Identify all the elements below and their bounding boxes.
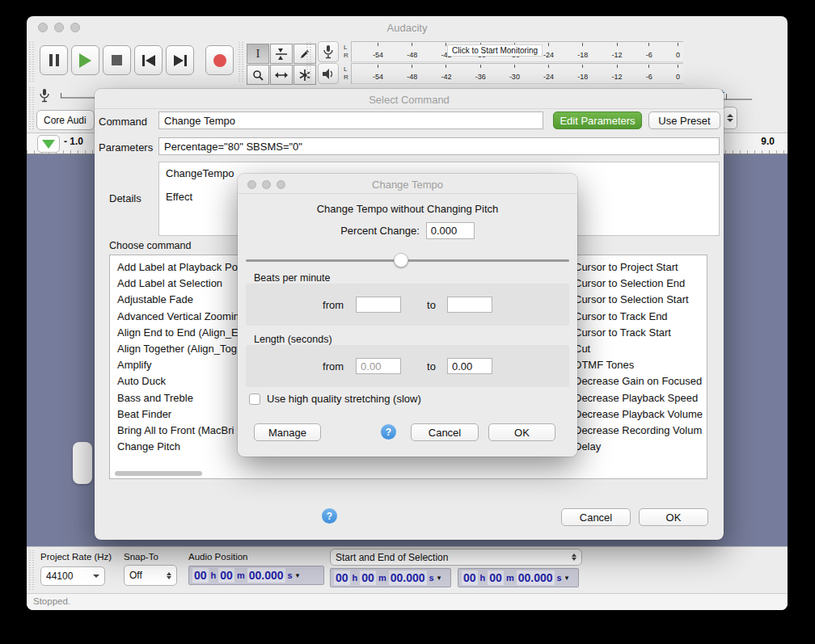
ruler-end-label: 9.0: [761, 136, 775, 147]
command-list-item[interactable]: Decrease Gain on Focused: [574, 373, 703, 389]
bpm-to-input[interactable]: [447, 297, 492, 313]
command-label: Command: [99, 116, 147, 128]
bpm-from-input[interactable]: [356, 297, 401, 313]
command-list-item[interactable]: Amplify: [117, 357, 239, 373]
percent-change-input[interactable]: 0.000: [426, 222, 475, 239]
timeline-pin-button[interactable]: [37, 135, 60, 153]
toolbar-grip[interactable]: [29, 42, 35, 82]
channel-label-right: R: [344, 74, 351, 82]
scrollbar-thumb[interactable]: [115, 471, 202, 476]
command-list-item[interactable]: Cursor to Selection Start: [574, 292, 703, 308]
command-list-item[interactable]: Delay: [574, 439, 703, 455]
command-list-item[interactable]: Bring All to Front (MacBri: [117, 423, 239, 439]
zoom-tool-button[interactable]: [247, 65, 269, 85]
command-list-item[interactable]: Advanced Vertical Zoomin: [117, 309, 239, 325]
status-bar: Stopped.: [27, 593, 788, 610]
selection-mode-dropdown[interactable]: Start and End of Selection: [330, 549, 582, 566]
command-list-item[interactable]: Decrease Playback Volume: [574, 406, 703, 423]
parameters-label: Parameters: [99, 141, 153, 154]
audio-host-dropdown[interactable]: Core Audi: [36, 110, 95, 130]
command-list-item[interactable]: Cursor to Track End: [574, 309, 703, 325]
command-list-item[interactable]: Auto Duck: [117, 373, 239, 389]
selection-start-field[interactable]: 00h 00m 00.000s ▾: [330, 568, 451, 587]
details-label: Details: [109, 192, 141, 204]
command-input[interactable]: Change Tempo: [158, 112, 543, 129]
skip-to-start-button[interactable]: [134, 45, 163, 75]
ok-button[interactable]: OK: [488, 423, 555, 441]
ok-button[interactable]: OK: [639, 508, 708, 526]
cancel-button[interactable]: Cancel: [561, 508, 631, 526]
command-list-item[interactable]: Decrease Playback Speed: [574, 390, 703, 406]
length-to-input[interactable]: 0.00: [447, 358, 492, 374]
recording-meter[interactable]: LR -54-48-42-36-30-24-18-12-60 Click to …: [318, 41, 683, 62]
command-list-item[interactable]: Cursor to Project Start: [574, 259, 703, 276]
timeshift-tool-button[interactable]: [270, 65, 293, 85]
toolbar-grip[interactable]: [29, 550, 35, 590]
record-button[interactable]: [205, 45, 234, 75]
multi-tool-button[interactable]: [293, 65, 316, 85]
command-list-item[interactable]: Align Together (Align_Tog: [117, 341, 239, 357]
command-list-item[interactable]: Add Label at Playback Po: [117, 259, 239, 276]
track-panel-button[interactable]: [73, 442, 92, 484]
dialog-title: Select Command: [95, 94, 724, 106]
playback-meter-scale: -54-48-42-36-30-24-18-12-60: [352, 63, 683, 84]
toolbar-grip[interactable]: [239, 42, 244, 82]
command-list-item[interactable]: Change Pitch: [117, 439, 239, 455]
stop-icon: [112, 55, 122, 65]
command-list-item[interactable]: Decrease Recording Volum: [574, 423, 703, 439]
pause-button[interactable]: [40, 45, 68, 75]
to-label: to: [427, 360, 436, 373]
command-list-item[interactable]: Cut: [574, 341, 703, 357]
horizontal-scrollbar[interactable]: [112, 470, 704, 477]
draw-tool-button[interactable]: [293, 44, 316, 64]
percent-change-slider[interactable]: [246, 253, 569, 267]
cancel-button[interactable]: Cancel: [411, 423, 479, 441]
command-list-item[interactable]: Add Label at Selection: [117, 276, 239, 292]
beats-per-minute-panel: from to: [246, 284, 569, 326]
percent-change-label: Percent Change:: [340, 225, 420, 237]
envelope-tool-button[interactable]: [270, 44, 293, 64]
command-list-item[interactable]: Adjustable Fade: [117, 292, 239, 308]
slider-thumb[interactable]: [394, 253, 408, 267]
record-icon: [213, 54, 226, 67]
meter-tick: -54: [373, 65, 383, 83]
command-list-item[interactable]: DTMF Tones: [574, 357, 703, 373]
edit-parameters-button[interactable]: Edit Parameters: [553, 112, 642, 129]
snap-to-dropdown[interactable]: Off: [124, 565, 177, 586]
audio-position-field[interactable]: 00h 00m 00.000s ▾: [188, 566, 324, 585]
dropdown-arrow-icon: ▾: [565, 574, 569, 582]
snap-to-label: Snap-To: [124, 552, 158, 562]
toolbar-grip[interactable]: [306, 42, 312, 82]
monitoring-overlay[interactable]: Click to Start Monitoring: [447, 44, 543, 57]
meter-tick: -30: [509, 65, 520, 83]
command-list-item[interactable]: Cursor to Selection End: [574, 276, 703, 292]
toolbar-grip[interactable]: [29, 87, 35, 129]
command-list-item[interactable]: Bass and Treble: [117, 390, 239, 406]
command-list-item[interactable]: Align End to End (Align_E: [117, 325, 239, 341]
help-button[interactable]: ?: [381, 424, 396, 440]
command-list-item[interactable]: Cursor to Track Start: [574, 325, 703, 341]
high-quality-checkbox[interactable]: [249, 394, 260, 405]
titlebar[interactable]: Audacity: [27, 16, 788, 39]
manage-button[interactable]: Manage: [254, 423, 321, 441]
help-button[interactable]: ?: [322, 508, 337, 524]
skip-to-end-button[interactable]: [166, 45, 194, 75]
use-preset-button[interactable]: Use Preset: [648, 112, 720, 129]
edit-stepper[interactable]: [722, 107, 737, 129]
play-button[interactable]: [71, 45, 99, 75]
parameters-input[interactable]: Percentage="80" SBSMS="0": [158, 137, 720, 155]
project-rate-dropdown[interactable]: 44100: [40, 566, 105, 586]
stop-button[interactable]: [103, 45, 131, 75]
meter-tick: -18: [577, 43, 588, 61]
meter-tick: -12: [612, 65, 623, 83]
ibeam-icon: I: [256, 47, 260, 61]
length-seconds-panel: from 0.00 to 0.00: [246, 345, 569, 387]
command-list-item[interactable]: Beat Finder: [117, 406, 239, 423]
length-from-input[interactable]: 0.00: [356, 358, 401, 374]
selection-end-field[interactable]: 00h 00m 00.000s ▾: [458, 568, 579, 587]
selection-tool-button[interactable]: I: [247, 44, 269, 64]
meter-tick: 0: [676, 43, 680, 61]
playback-meter[interactable]: LR -54-48-42-36-30-24-18-12-60: [318, 63, 683, 84]
meter-tick: -18: [577, 65, 588, 83]
chevron-up-icon: [727, 114, 733, 117]
